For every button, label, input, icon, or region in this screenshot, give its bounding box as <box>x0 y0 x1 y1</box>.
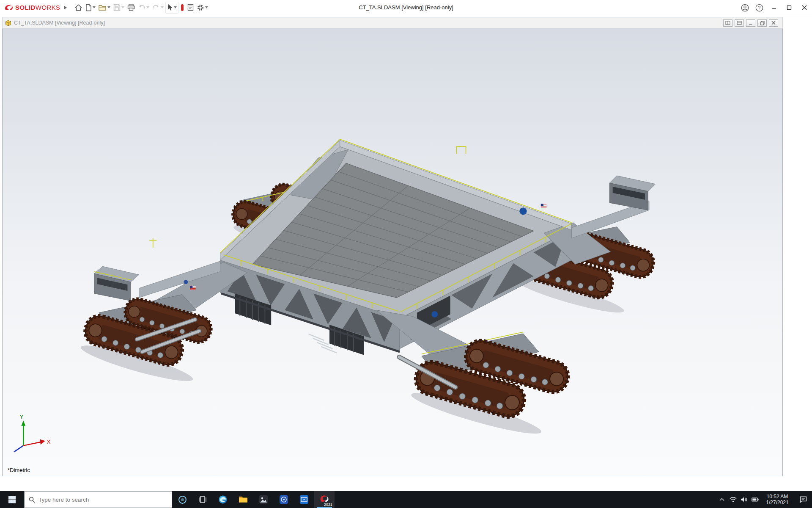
taskbar-clock[interactable]: 10:52 AM 1/27/2021 <box>760 494 794 505</box>
doc-restore-button[interactable] <box>757 19 767 27</box>
open-folder-icon <box>99 4 107 11</box>
split-pane-icon <box>725 21 730 25</box>
split-pane-horizontal-icon <box>737 21 742 25</box>
media-player-button[interactable] <box>274 491 294 508</box>
chevron-up-icon <box>719 498 724 501</box>
account-button[interactable] <box>738 0 752 15</box>
pane-right-button[interactable] <box>735 19 744 27</box>
assembly-icon <box>5 20 11 26</box>
dropdown-caret-icon <box>205 6 208 8</box>
search-icon <box>29 497 35 503</box>
dropdown-caret-icon <box>93 6 96 8</box>
triad-y-label: Y <box>20 414 24 420</box>
edge-icon <box>218 495 228 504</box>
app-titlebar: SOLIDWORKS <box>0 0 812 15</box>
save-icon <box>113 4 121 11</box>
network-button[interactable] <box>727 491 738 508</box>
toolbar-expand-arrow[interactable] <box>64 4 67 11</box>
new-document-button[interactable] <box>84 2 97 14</box>
media-player-icon <box>279 495 288 504</box>
pane-left-button[interactable] <box>723 19 732 27</box>
marketplace-button[interactable] <box>179 2 186 14</box>
close-button[interactable] <box>797 0 812 15</box>
movies-tv-button[interactable] <box>294 491 314 508</box>
photos-button[interactable] <box>253 491 274 508</box>
restore-icon <box>760 21 765 25</box>
solidworks-logo: SOLIDWORKS <box>0 4 60 11</box>
battery-icon <box>752 497 759 502</box>
open-button[interactable] <box>97 2 112 14</box>
hidden-icons-button[interactable] <box>716 491 727 508</box>
action-center-button[interactable] <box>794 491 812 508</box>
dropdown-caret-icon <box>174 6 177 8</box>
new-document-icon <box>85 4 92 11</box>
file-properties-button[interactable] <box>186 2 195 14</box>
restore-button[interactable] <box>782 0 797 15</box>
cortana-icon <box>178 495 187 504</box>
file-properties-icon <box>187 4 194 11</box>
help-icon: ? <box>755 4 763 12</box>
system-tray: 10:52 AM 1/27/2021 <box>716 491 812 508</box>
file-explorer-icon <box>239 496 248 503</box>
volume-button[interactable] <box>738 491 749 508</box>
home-icon <box>74 4 82 11</box>
doc-close-button[interactable] <box>769 19 778 27</box>
view-orientation-label: *Dimetric <box>8 467 30 473</box>
dropdown-caret-icon <box>121 6 124 8</box>
undo-button[interactable] <box>137 2 151 14</box>
marketplace-icon <box>180 4 184 11</box>
edge-button[interactable] <box>213 491 233 508</box>
solidworks-taskbar-button[interactable]: 2021 <box>314 491 335 508</box>
svg-text:?: ? <box>758 5 760 10</box>
dropdown-caret-icon <box>161 6 164 8</box>
brand-text: SOLIDWORKS <box>15 4 60 11</box>
save-button[interactable] <box>112 2 126 14</box>
document-titlebar[interactable]: CT_TA.SLDASM [Viewing] [Read-only] <box>2 17 783 28</box>
home-button[interactable] <box>73 2 84 14</box>
desktop: SOLIDWORKS <box>0 0 812 508</box>
redo-button[interactable] <box>151 2 165 14</box>
start-button[interactable] <box>0 491 24 508</box>
task-view-button[interactable] <box>192 491 213 508</box>
movies-tv-icon <box>299 495 309 504</box>
battery-button[interactable] <box>749 491 760 508</box>
dropdown-caret-icon <box>107 6 110 8</box>
undo-icon <box>138 4 145 11</box>
print-icon <box>127 4 135 11</box>
graphics-area[interactable]: Y X *Dimetric <box>2 28 783 476</box>
restore-icon <box>787 5 792 10</box>
wifi-icon <box>730 497 737 502</box>
options-button[interactable] <box>195 2 209 14</box>
document-window-controls <box>723 19 780 27</box>
crawler-transporter-model[interactable]: Y X <box>3 29 782 476</box>
close-icon <box>771 21 776 25</box>
photos-icon <box>259 495 268 504</box>
windows-logo-icon <box>8 496 16 503</box>
search-input[interactable] <box>38 497 157 503</box>
dropdown-caret-icon <box>146 6 149 8</box>
select-tool-button[interactable] <box>165 2 178 14</box>
help-button[interactable]: ? <box>752 0 766 15</box>
minimize-button[interactable] <box>766 0 782 15</box>
minimize-icon <box>749 21 753 25</box>
clock-time: 10:52 AM <box>762 494 793 500</box>
redo-icon <box>152 4 160 11</box>
taskbar-search[interactable] <box>24 491 172 508</box>
quick-access-toolbar <box>73 2 209 14</box>
print-button[interactable] <box>126 2 136 14</box>
solidworks-version-badge: 2021 <box>324 502 332 507</box>
close-icon <box>802 5 807 10</box>
gear-icon <box>197 4 204 11</box>
minimize-icon <box>771 5 776 10</box>
action-center-icon <box>800 496 807 503</box>
speaker-icon <box>741 497 747 502</box>
ds-logo-icon <box>4 4 14 11</box>
select-cursor-icon <box>167 4 173 11</box>
doc-minimize-button[interactable] <box>746 19 755 27</box>
task-view-icon <box>198 496 207 503</box>
titlebar-right-controls: ? <box>738 0 812 15</box>
account-icon <box>741 4 749 12</box>
cortana-button[interactable] <box>172 491 192 508</box>
file-explorer-button[interactable] <box>233 491 253 508</box>
windows-taskbar: 2021 <box>0 491 812 508</box>
